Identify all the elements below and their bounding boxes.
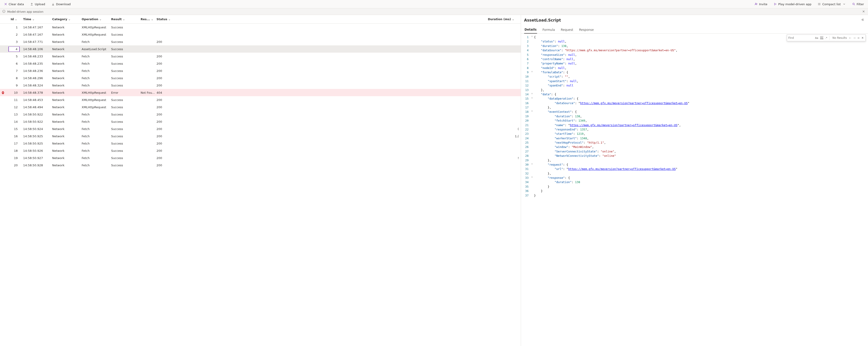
download-label: Download [56,2,71,6]
tab-request[interactable]: Request [560,28,574,33]
match-word-icon[interactable]: Ab [819,36,825,39]
chevron-down-icon: ⌄ [151,18,153,21]
play-app-button[interactable]: Play model-driven app [772,2,813,7]
chevron-down-icon: ⌄ [15,18,17,21]
table-row[interactable]: 2014:58:50.928NetworkFetchSuccess200 [0,162,521,169]
col-status[interactable]: Status⌄ [155,18,175,21]
table-row[interactable]: 1214:58:48.494NetworkXMLHttpRequestSucce… [0,104,521,111]
table-row[interactable]: 1714:58:50.925NetworkFetchSuccess200 [0,140,521,147]
match-case-icon[interactable]: Aa [814,36,819,39]
col-duration[interactable]: Duration (ms)⌄ [175,18,521,21]
filter-label: Filter [857,2,864,6]
info-icon [2,10,5,13]
find-input[interactable] [787,35,814,40]
col-res2[interactable]: Res...⌄ [139,18,155,21]
col-result[interactable]: Result⌄ [109,18,139,21]
chevron-down-icon: ⌄ [99,18,102,21]
panel-tabs: Details Formula Request Response [521,25,868,34]
table-row[interactable]: 1614:58:50.925NetworkFetchSuccess2001,( [0,133,521,140]
upload-button[interactable]: Upload [29,2,46,7]
table-row[interactable]: 1114:58:48.453NetworkXMLHttpRequestSucce… [0,96,521,104]
chevron-down-icon: ⌄ [512,18,515,21]
svg-point-0 [755,3,756,4]
chevron-down-icon: ⌄ [32,18,35,21]
tab-response[interactable]: Response [579,28,594,33]
download-icon [52,2,55,6]
invite-label: Invite [759,2,767,6]
table-row[interactable]: 614:58:48.235NetworkFetchSuccess200 [0,60,521,67]
svg-point-1 [852,3,854,5]
chevron-down-icon: ⌄ [123,18,125,21]
find-select-icon[interactable]: ≡ [857,36,861,39]
col-time[interactable]: Time⌄ [21,18,50,21]
error-icon: ✕ [2,91,4,94]
download-button[interactable]: Download [50,2,72,7]
tab-details[interactable]: Details [524,28,537,34]
play-icon [774,2,777,6]
table-row[interactable]: 1314:58:50.922NetworkFetchSuccess200 [0,111,521,118]
clear-data-button[interactable]: Clear data [3,2,25,7]
table-header: Id⌄ Time⌄ Category⌄ Operation⌄ Result⌄ R… [0,15,521,24]
list-icon [818,2,821,6]
filter-icon [852,2,855,6]
find-prev-icon[interactable]: ← [848,36,852,39]
find-bar: Aa Ab .* No Results ← → ≡ ✕ [787,34,866,41]
events-table: Id⌄ Time⌄ Category⌄ Operation⌄ Result⌄ R… [0,15,521,346]
table-row[interactable]: 714:58:48.236NetworkFetchSuccess200 [0,67,521,75]
toolbar: Clear data Upload Download Invite [0,0,868,8]
compact-list-label: Compact list [822,2,841,6]
session-close-button[interactable] [861,9,866,14]
table-row[interactable]: 914:58:48.324NetworkFetchSuccess200 [0,82,521,89]
table-row[interactable]: 1914:58:50.927NetworkFetchSuccess200! [0,154,521,162]
regex-icon[interactable]: .* [824,36,828,39]
session-title: Model-driven app session [7,10,43,13]
json-editor[interactable]: 1⊟{2 "status": null,3 "duration": 138,4 … [521,34,868,346]
table-row[interactable]: 514:58:48.233NetworkFetchSuccess200 [0,53,521,60]
table-row[interactable]: 814:58:48.296NetworkFetchSuccess200 [0,75,521,82]
filter-button[interactable]: Filter [851,2,865,7]
close-icon [4,2,7,6]
person-add-icon [754,2,758,6]
table-row[interactable]: 414:58:48.106NetworkAssetLoad.ScriptSucc… [0,46,521,53]
table-row[interactable]: 1414:58:50.922NetworkFetchSuccess200 [0,118,521,125]
table-row[interactable]: 314:58:47.771NetworkFetchSuccess200 [0,38,521,46]
chevron-down-icon: ⌄ [168,18,171,21]
panel-title: AssetLoad.Script [524,18,561,23]
tab-formula[interactable]: Formula [542,28,555,33]
upload-icon [30,2,33,6]
upload-label: Upload [35,2,45,6]
table-row[interactable]: 114:58:47.167NetworkXMLHttpRequestSucces… [0,24,521,31]
find-close-icon[interactable]: ✕ [861,36,866,39]
play-app-label: Play model-driven app [778,2,811,6]
col-id[interactable]: Id⌄ [6,18,21,21]
find-next-icon[interactable]: → [852,36,857,39]
compact-list-button[interactable]: Compact list [816,2,847,7]
clear-data-label: Clear data [9,2,24,6]
table-body[interactable]: 114:58:47.167NetworkXMLHttpRequestSucces… [0,24,521,346]
table-row[interactable]: 1814:58:50.926NetworkFetchSuccess200 [0,147,521,154]
col-operation[interactable]: Operation⌄ [80,18,109,21]
expand-panel-button[interactable] [860,17,865,23]
table-row[interactable]: 214:58:47.167NetworkXMLHttpRequestSucces… [0,31,521,38]
table-row[interactable]: 1514:58:50.924NetworkFetchSuccess200( [0,125,521,133]
find-status: No Results [831,36,848,39]
chevron-down-icon: ⌄ [68,18,70,21]
table-row[interactable]: ✕1014:58:48.378NetworkXMLHttpRequestErro… [0,89,521,96]
session-header: Model-driven app session [0,8,868,15]
invite-button[interactable]: Invite [753,2,769,7]
chevron-down-icon [843,2,846,6]
details-panel: AssetLoad.Script Details Formula Request… [521,15,868,346]
col-category[interactable]: Category⌄ [50,18,80,21]
